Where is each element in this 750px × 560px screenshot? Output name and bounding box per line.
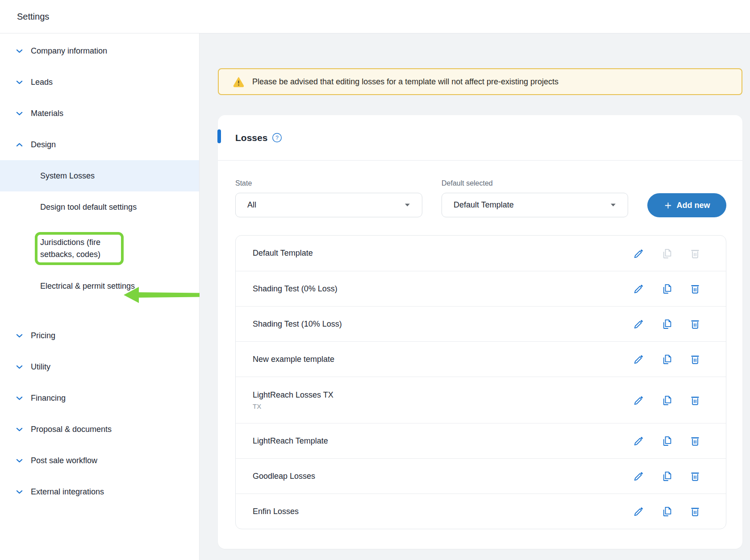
plus-icon <box>664 201 672 210</box>
pencil-icon <box>633 318 645 330</box>
pencil-icon <box>633 435 645 447</box>
template-name: Shading Test (10% Loss) <box>253 319 342 329</box>
copy-icon <box>661 353 673 365</box>
template-name: Goodleap Losses <box>253 472 315 481</box>
chevron-down-icon <box>15 46 24 56</box>
template-row: LightReach Template <box>236 423 726 458</box>
svg-text:?: ? <box>276 135 279 141</box>
sidebar-subitem-label: Design tool default settings <box>40 203 137 212</box>
trash-icon <box>689 283 701 295</box>
main-content: Please be advised that editing losses fo… <box>200 33 750 560</box>
sidebar-item-label: External integrations <box>31 487 104 497</box>
default-selected-value: Default Template <box>454 200 514 210</box>
copy-icon <box>661 283 673 295</box>
delete-button[interactable] <box>689 318 701 330</box>
row-actions <box>633 248 701 259</box>
copy-button[interactable] <box>661 470 673 482</box>
sidebar-item-label: Pricing <box>31 331 55 340</box>
edit-button[interactable] <box>633 470 645 482</box>
template-row: Enfin Losses <box>236 494 726 529</box>
state-filter-label: State <box>235 179 422 187</box>
copy-button[interactable] <box>661 318 673 330</box>
edit-button[interactable] <box>633 248 645 259</box>
row-actions <box>633 470 701 482</box>
template-row: Shading Test (10% Loss) <box>236 306 726 341</box>
sidebar-item-label: Financing <box>31 394 66 403</box>
copy-icon <box>661 435 673 447</box>
trash-icon <box>689 470 701 482</box>
top-bar: Settings <box>0 0 750 33</box>
sidebar-subitem-label: Electrical & permit settings <box>40 282 135 290</box>
chevron-down-icon <box>15 425 24 434</box>
template-name: LightReach Losses TX <box>253 390 333 400</box>
copy-button[interactable] <box>661 506 673 517</box>
sidebar-item-label: Leads <box>31 78 53 87</box>
sidebar-subitem-jurisdictions[interactable]: Jurisdictions (fire setbacks, codes) <box>35 232 124 265</box>
sidebar-item-pricing[interactable]: Pricing <box>0 320 199 351</box>
edit-button[interactable] <box>633 353 645 365</box>
warning-message: Please be advised that editing losses fo… <box>252 77 558 87</box>
row-actions <box>633 283 701 295</box>
delete-button[interactable] <box>689 394 701 406</box>
sidebar-item-post-sale-workflow[interactable]: Post sale workflow <box>0 445 199 476</box>
default-selected-label: Default selected <box>442 179 628 187</box>
pencil-icon <box>633 394 645 406</box>
state-filter-select[interactable]: All <box>235 193 422 217</box>
edit-button[interactable] <box>633 506 645 517</box>
sidebar-subitem-design-tool-default-settings[interactable]: Design tool default settings <box>0 201 138 213</box>
pencil-icon <box>633 506 645 517</box>
sidebar-item-proposal-documents[interactable]: Proposal & documents <box>0 414 199 445</box>
sidebar-subitem-electrical-permit-settings[interactable]: Electrical & permit settings <box>0 280 138 292</box>
row-actions <box>633 394 701 406</box>
sidebar-item-financing[interactable]: Financing <box>0 382 199 414</box>
delete-button[interactable] <box>689 353 701 365</box>
template-name: LightReach Template <box>253 436 328 446</box>
help-icon[interactable]: ? <box>272 133 282 143</box>
sidebar-item-leads[interactable]: Leads <box>0 66 199 98</box>
losses-card-header: Losses ? <box>218 115 742 161</box>
add-new-button[interactable]: Add new <box>647 193 726 217</box>
delete-button[interactable] <box>689 283 701 295</box>
sidebar-item-label: Materials <box>31 109 63 118</box>
copy-button[interactable] <box>661 394 673 406</box>
delete-button[interactable] <box>689 506 701 517</box>
delete-button[interactable] <box>689 435 701 447</box>
trash-icon <box>689 353 701 365</box>
sidebar-item-company-information[interactable]: Company information <box>0 35 199 66</box>
delete-button <box>689 248 701 259</box>
sidebar-item-utility[interactable]: Utility <box>0 351 199 382</box>
losses-title: Losses <box>235 133 267 143</box>
chevron-down-icon <box>15 331 24 340</box>
copy-icon <box>661 318 673 330</box>
chevron-up-icon <box>15 140 24 149</box>
trash-icon <box>689 318 701 330</box>
sidebar-subitem-system-losses[interactable]: System Losses <box>0 160 199 191</box>
copy-button[interactable] <box>661 353 673 365</box>
pencil-icon <box>633 283 645 295</box>
row-actions <box>633 506 701 517</box>
chevron-down-icon <box>15 487 24 497</box>
sidebar-item-external-integrations[interactable]: External integrations <box>0 476 199 507</box>
chevron-down-icon <box>15 394 24 403</box>
row-actions <box>633 353 701 365</box>
template-row: Shading Test (0% Loss) <box>236 271 726 306</box>
sidebar-item-label: Design <box>31 140 56 149</box>
sidebar-item-label: Company information <box>31 46 107 56</box>
template-row: LightReach Losses TX TX <box>236 377 726 423</box>
sidebar-item-label: Utility <box>31 362 50 372</box>
sidebar-item-materials[interactable]: Materials <box>0 98 199 129</box>
edit-button[interactable] <box>633 318 645 330</box>
edit-button[interactable] <box>633 435 645 447</box>
delete-button[interactable] <box>689 470 701 482</box>
jurisdictions-annotation-wrapper: Jurisdictions (fire setbacks, codes) <box>35 232 124 265</box>
card-accent-bar <box>217 129 221 143</box>
caret-down-icon <box>404 203 410 207</box>
default-selected-select[interactable]: Default Template <box>442 193 628 217</box>
edit-button[interactable] <box>633 394 645 406</box>
edit-button[interactable] <box>633 283 645 295</box>
copy-button[interactable] <box>661 435 673 447</box>
sidebar-item-design[interactable]: Design <box>0 129 199 160</box>
chevron-down-icon <box>15 109 24 118</box>
row-actions <box>633 435 701 447</box>
copy-button[interactable] <box>661 283 673 295</box>
